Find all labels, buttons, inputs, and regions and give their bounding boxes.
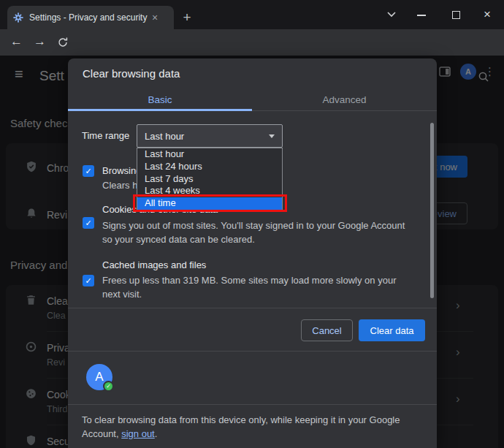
cookies-desc-line2: so your synced data can be cleared. <box>102 232 255 246</box>
cancel-label: Cancel <box>312 325 341 336</box>
cached-desc-line2: next visit. <box>102 287 142 301</box>
forward-icon[interactable]: → <box>34 34 46 49</box>
time-range-label: Time range <box>82 130 129 141</box>
buttons-divider <box>68 351 437 352</box>
tab-basic[interactable]: Basic <box>68 88 252 111</box>
cached-desc-line1: Frees up less than 319 MB. Some sites ma… <box>102 273 396 287</box>
select-caret-icon <box>269 134 275 138</box>
clear-data-button[interactable]: Clear data <box>359 319 425 341</box>
dialog-title: Clear browsing data <box>83 67 180 80</box>
back-icon[interactable]: ← <box>10 34 23 49</box>
footer-line2: Account, sign out. <box>82 427 157 441</box>
clear-browsing-data-dialog: Clear browsing data Basic Advanced ✓ Bro… <box>68 58 437 448</box>
badge-check-icon: ✓ <box>106 383 111 390</box>
minimize-button[interactable] <box>417 15 426 16</box>
tab-search-chevron-icon[interactable] <box>387 12 396 18</box>
window-close-button[interactable]: × <box>484 7 491 22</box>
browser-tab[interactable]: Settings - Privacy and security × <box>7 6 174 29</box>
active-tab-underline <box>68 109 252 111</box>
cached-images-label: Cached images and files <box>102 259 206 270</box>
time-range-select[interactable]: Last hour <box>137 124 283 148</box>
cached-images-checkbox[interactable]: ✓ <box>83 275 94 286</box>
new-tab-button[interactable]: + <box>180 10 194 25</box>
maximize-button[interactable] <box>452 11 460 19</box>
check-icon: ✓ <box>85 167 91 175</box>
time-range-value: Last hour <box>145 131 184 142</box>
browsing-history-checkbox[interactable]: ✓ <box>83 165 94 177</box>
check-icon: ✓ <box>85 276 91 285</box>
reload-icon[interactable] <box>57 37 69 48</box>
settings-gear-favicon-icon <box>13 12 23 23</box>
footer-divider <box>68 404 437 405</box>
cancel-button[interactable]: Cancel <box>301 319 353 341</box>
tab-advanced[interactable]: Advanced <box>252 88 437 111</box>
tab-basic-label: Basic <box>148 94 172 105</box>
browser-window: Settings - Privacy and security × + × ← … <box>0 0 504 448</box>
content-divider <box>68 308 437 308</box>
cookies-checkbox[interactable]: ✓ <box>83 217 94 229</box>
dialog-scrollbar-thumb[interactable] <box>430 123 434 298</box>
menu-option-last-24-hours[interactable]: Last 24 hours <box>137 161 282 173</box>
clear-data-label: Clear data <box>370 325 414 336</box>
menu-option-last-hour[interactable]: Last hour <box>137 148 282 161</box>
check-icon: ✓ <box>85 219 91 227</box>
annotation-highlight-box <box>133 194 287 212</box>
footer-line2-prefix: Account, <box>82 428 121 439</box>
cookies-desc-line1: Signs you out of most sites. You'll stay… <box>102 219 405 232</box>
tab-advanced-label: Advanced <box>322 94 366 105</box>
footer-line1: To clear browsing data from this device … <box>82 413 400 427</box>
titlebar: Settings - Privacy and security × + × <box>0 0 504 29</box>
tab-close-icon[interactable]: × <box>152 12 158 23</box>
footer-line2-suffix: . <box>155 428 158 439</box>
tab-title: Settings - Privacy and security <box>29 12 149 23</box>
menu-option-last-7-days[interactable]: Last 7 days <box>137 173 282 186</box>
browser-toolbar: ← → Chrome chrome://settings/clearBrowse… <box>0 29 504 56</box>
sign-out-link[interactable]: sign out <box>121 428 155 439</box>
sync-ok-badge-icon: ✓ <box>103 381 114 392</box>
